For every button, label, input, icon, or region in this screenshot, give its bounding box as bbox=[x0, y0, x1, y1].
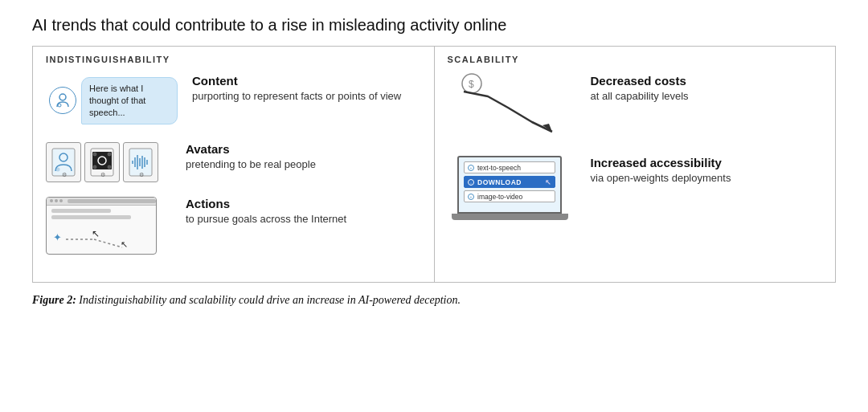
browser-line-1 bbox=[51, 209, 111, 213]
svg-point-9 bbox=[93, 153, 96, 156]
avatars-heading: Avatars bbox=[186, 142, 316, 156]
left-section-label: INDISTINGUISHABILITY bbox=[46, 55, 421, 64]
menu-dot-tts: + bbox=[468, 165, 474, 171]
avatar-card-2: ⚙ bbox=[84, 142, 120, 182]
main-panel: INDISTINGUISHABILITY Here is what I thou… bbox=[32, 46, 836, 283]
right-panel: SCALABILITY $ Decreased costs at all cap… bbox=[435, 47, 836, 282]
decreased-costs-heading: Decreased costs bbox=[591, 74, 689, 88]
svg-text:⚙: ⚙ bbox=[100, 172, 105, 177]
svg-point-1 bbox=[58, 104, 61, 107]
decreased-costs-desc: at all capability levels bbox=[591, 89, 689, 104]
right-section-label: SCALABILITY bbox=[448, 55, 823, 64]
browser-illustration: ✦ ↖ ↖ bbox=[46, 197, 157, 255]
avatars-text: Avatars pretending to be real people bbox=[186, 142, 316, 172]
person-icon bbox=[55, 92, 71, 108]
svg-text:$: $ bbox=[469, 79, 474, 90]
browser-titlebar bbox=[47, 198, 156, 206]
figure-caption: Figure 2: Indistinguishability and scala… bbox=[32, 294, 836, 307]
svg-point-0 bbox=[59, 94, 66, 100]
avatar-group: ⚙ ⚙ bbox=[46, 142, 158, 182]
browser-dot-1 bbox=[50, 199, 53, 202]
svg-point-11 bbox=[93, 165, 96, 169]
svg-text:✦: ✦ bbox=[53, 231, 62, 243]
actions-text: Actions to pursue goals across the Inter… bbox=[186, 197, 346, 226]
laptop-base bbox=[452, 214, 568, 220]
svg-text:↖: ↖ bbox=[92, 228, 100, 239]
menu-dot-itv: + bbox=[468, 194, 474, 200]
content-desc: purporting to represent facts or points … bbox=[192, 89, 401, 104]
menu-item-download: ↓ DOWNLOAD ↖ bbox=[464, 176, 555, 188]
avatar-card-3: ⚙ bbox=[123, 142, 158, 182]
actions-heading: Actions bbox=[186, 197, 346, 210]
chat-illustration: Here is what I thought of that speech... bbox=[46, 74, 181, 128]
content-icon-area: Here is what I thought of that speech... bbox=[46, 74, 181, 128]
browser-dot-2 bbox=[55, 199, 58, 202]
accessibility-heading: Increased accessibility bbox=[591, 156, 731, 169]
svg-text:⚙: ⚙ bbox=[139, 172, 144, 177]
browser-content: ✦ ↖ ↖ bbox=[47, 206, 156, 254]
figure-caption-bold: Figure 2: bbox=[32, 294, 76, 306]
laptop-screen: + text-to-speech ↓ DOWNLOAD ↖ + image-to… bbox=[457, 156, 562, 214]
content-row: Here is what I thought of that speech...… bbox=[46, 74, 421, 128]
chat-bubble: Here is what I thought of that speech... bbox=[81, 77, 178, 124]
accessibility-text: Increased accessibility via open-weights… bbox=[591, 156, 731, 186]
svg-line-25 bbox=[94, 239, 122, 247]
laptop-illustration: + text-to-speech ↓ DOWNLOAD ↖ + image-to… bbox=[448, 156, 572, 228]
chart-icon-area: $ bbox=[448, 74, 576, 141]
actions-desc: to pursue goals across the Internet bbox=[186, 212, 346, 226]
menu-item-tts: + text-to-speech bbox=[464, 161, 555, 173]
avatar-card-1: ⚙ bbox=[46, 142, 81, 182]
svg-point-10 bbox=[108, 153, 111, 156]
main-title: AI trends that could contribute to a ris… bbox=[32, 16, 836, 35]
svg-point-12 bbox=[108, 165, 111, 169]
actions-row: ✦ ↖ ↖ Actions to pursue goals acro bbox=[46, 197, 421, 255]
content-heading: Content bbox=[192, 74, 401, 88]
avatars-icon-area: ⚙ ⚙ bbox=[46, 142, 174, 182]
decreased-costs-row: $ Decreased costs at all capability leve… bbox=[448, 74, 823, 141]
svg-text:↖: ↖ bbox=[121, 239, 128, 249]
laptop-icon-area: + text-to-speech ↓ DOWNLOAD ↖ + image-to… bbox=[448, 156, 576, 228]
avatar-circle bbox=[49, 87, 76, 114]
svg-point-4 bbox=[56, 167, 60, 171]
content-text: Content purporting to represent facts or… bbox=[192, 74, 401, 104]
browser-dot-3 bbox=[59, 199, 63, 202]
figure-caption-text: Indistinguishability and scalability cou… bbox=[76, 294, 461, 306]
actions-icon-area: ✦ ↖ ↖ bbox=[46, 197, 174, 255]
avatars-desc: pretending to be real people bbox=[186, 157, 316, 172]
menu-item-itv: + image-to-video bbox=[464, 190, 555, 202]
left-panel: INDISTINGUISHABILITY Here is what I thou… bbox=[33, 47, 435, 282]
svg-text:⚙: ⚙ bbox=[62, 172, 67, 177]
decreased-costs-text: Decreased costs at all capability levels bbox=[591, 74, 689, 104]
accessibility-desc: via open-weights deployments bbox=[591, 171, 731, 186]
accessibility-row: + text-to-speech ↓ DOWNLOAD ↖ + image-to… bbox=[448, 156, 823, 228]
menu-dot-download: ↓ bbox=[468, 179, 474, 186]
avatars-row: ⚙ ⚙ bbox=[46, 142, 421, 182]
